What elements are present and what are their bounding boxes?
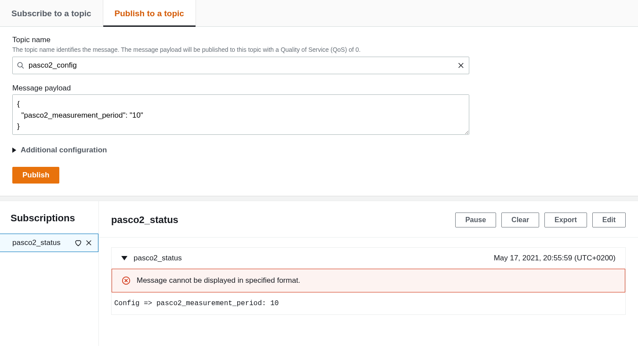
search-icon — [17, 61, 25, 69]
message-card: pasco2_status May 17, 2021, 20:55:59 (UT… — [111, 247, 626, 315]
topic-name-input[interactable] — [12, 57, 469, 74]
error-text: Message cannot be displayed in specified… — [137, 276, 300, 285]
subscription-item[interactable]: pasco2_status — [0, 234, 98, 252]
tabs-bar: Subscribe to a topic Publish to a topic — [0, 0, 638, 27]
topic-name-label: Topic name — [12, 36, 626, 44]
svg-point-0 — [18, 62, 22, 67]
subscriptions-panel: Subscriptions pasco2_status — [0, 201, 99, 346]
additional-configuration-label: Additional configuration — [21, 146, 107, 155]
clear-input-icon[interactable] — [457, 61, 465, 69]
detail-panel: pasco2_status Pause Clear Export Edit pa… — [99, 201, 638, 346]
clear-button[interactable]: Clear — [501, 213, 539, 227]
caret-right-icon — [12, 148, 16, 153]
message-header: pasco2_status May 17, 2021, 20:55:59 (UT… — [112, 248, 625, 269]
close-icon[interactable] — [85, 239, 93, 247]
subscription-item-label: pasco2_status — [12, 238, 61, 247]
export-button[interactable]: Export — [544, 213, 587, 227]
error-icon — [122, 276, 130, 285]
lower-panel: Subscriptions pasco2_status pasco2_statu… — [0, 201, 638, 346]
payload-textarea[interactable] — [12, 94, 469, 135]
detail-button-row: Pause Clear Export Edit — [455, 213, 626, 227]
payload-label: Message payload — [12, 84, 626, 93]
topic-input-wrap — [12, 57, 469, 74]
heart-icon[interactable] — [74, 239, 82, 247]
svg-line-1 — [22, 66, 24, 68]
payload-section: Message payload — [12, 84, 626, 136]
edit-button[interactable]: Edit — [592, 213, 626, 227]
detail-header: pasco2_status Pause Clear Export Edit — [99, 201, 638, 238]
message-raw: Config => pasco2_measurement_period: 10 — [112, 292, 625, 314]
subscriptions-title: Subscriptions — [0, 201, 98, 234]
detail-title: pasco2_status — [111, 214, 178, 226]
publish-form: Topic name The topic name identifies the… — [0, 27, 638, 196]
error-banner: Message cannot be displayed in specified… — [112, 269, 625, 292]
message-timestamp: May 17, 2021, 20:55:59 (UTC+0200) — [494, 254, 616, 263]
additional-configuration-toggle[interactable]: Additional configuration — [12, 146, 626, 155]
publish-button[interactable]: Publish — [12, 167, 59, 184]
tab-publish[interactable]: Publish to a topic — [103, 0, 196, 26]
message-topic: pasco2_status — [134, 254, 182, 263]
topic-name-hint: The topic name identifies the message. T… — [12, 46, 626, 53]
tab-subscribe[interactable]: Subscribe to a topic — [0, 0, 103, 26]
caret-down-icon[interactable] — [121, 256, 127, 260]
pause-button[interactable]: Pause — [455, 213, 496, 227]
section-divider — [0, 196, 638, 201]
